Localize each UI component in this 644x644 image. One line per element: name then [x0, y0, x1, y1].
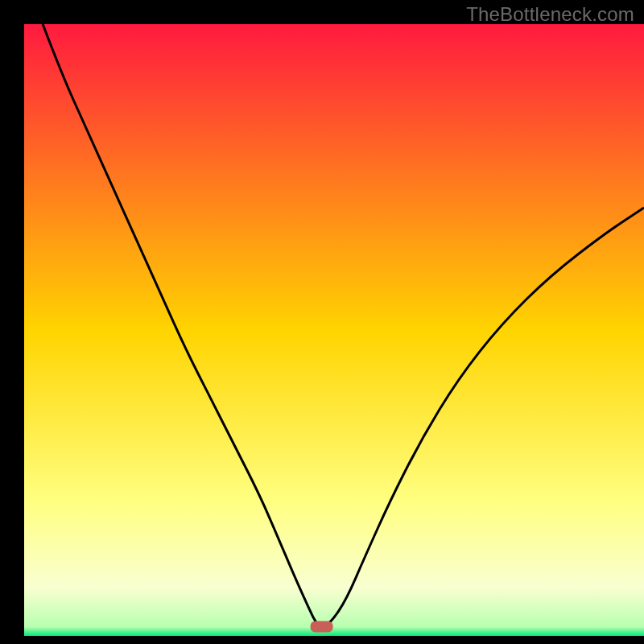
optimum-marker	[311, 621, 333, 633]
chart-background	[24, 24, 644, 636]
watermark-text: TheBottleneck.com	[466, 3, 634, 26]
chart-container: TheBottleneck.com	[0, 0, 644, 644]
bottleneck-chart	[0, 0, 644, 644]
